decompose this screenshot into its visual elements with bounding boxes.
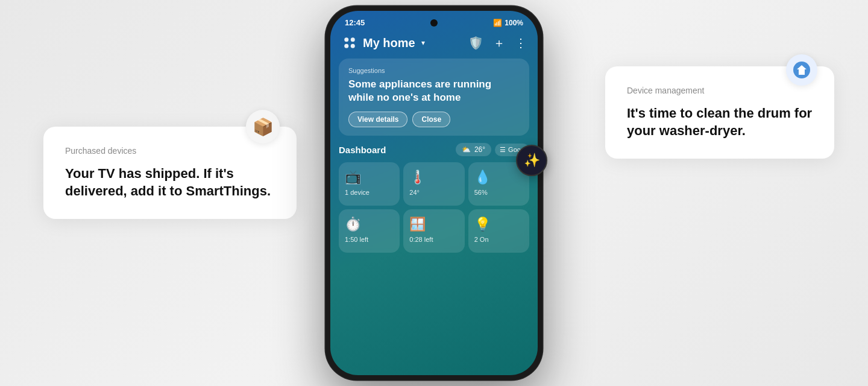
tile-temp-label: 24° [409, 189, 420, 196]
water-drop-icon: 💧 [474, 169, 491, 185]
suggestion-card: Suggestions Some appliances are running … [339, 59, 529, 136]
dashboard-section: Dashboard ⛅ 26° ☰ Good [339, 143, 529, 253]
view-details-button[interactable]: View details [348, 112, 407, 127]
camera-notch [430, 19, 438, 27]
tile-dryer-label: 0:28 left [409, 236, 433, 243]
tile-humidity-label: 56% [474, 189, 488, 196]
card-left-label: Purchased devices [65, 146, 275, 156]
weather-badge: ⛅ 26° [456, 143, 491, 156]
tile-lights[interactable]: 💡 2 On [468, 209, 529, 253]
dashboard-header: Dashboard ⛅ 26° ☰ Good [339, 143, 529, 156]
device-tiles-grid: 📺 1 device 🌡️ 24° 💧 56% ⏱️ 1:50 left [339, 162, 529, 253]
svg-point-2 [351, 37, 355, 42]
more-icon[interactable]: ⋮ [515, 36, 527, 50]
device-management-card: Device management It's time to clean the… [605, 66, 834, 159]
close-button[interactable]: Close [412, 112, 450, 127]
tile-washer-label: 1:50 left [345, 236, 368, 243]
svg-point-4 [351, 44, 355, 48]
tile-washer[interactable]: ⏱️ 1:50 left [339, 209, 400, 253]
suggestion-label: Suggestions [348, 67, 520, 74]
tile-tv-label: 1 device [345, 189, 370, 196]
tile-lights-label: 2 On [474, 236, 489, 243]
temperature: 26° [474, 145, 485, 154]
phone-screen: 12:45 📶 100% My home ▾ [330, 11, 538, 375]
svg-point-1 [344, 37, 348, 42]
box-icon: 📦 [246, 110, 280, 144]
tv-icon: 📺 [345, 169, 361, 185]
status-icons: 📶 100% [493, 19, 523, 27]
nav-right: 🛡️ ＋ ⋮ [468, 35, 527, 51]
tile-temperature[interactable]: 🌡️ 24° [403, 162, 464, 206]
wifi-icon: 📶 [493, 19, 502, 27]
sparkle-icon: ✨ [524, 153, 540, 168]
ai-assistant-bubble[interactable]: ✨ [516, 145, 547, 176]
svg-point-3 [344, 44, 348, 48]
washer-icon: ⏱️ [345, 217, 361, 232]
tile-tv[interactable]: 📺 1 device [339, 162, 400, 206]
card-right-label: Device management [627, 86, 813, 95]
card-right-title: It's time to clean the drum for your was… [627, 105, 813, 139]
top-nav: My home ▾ 🛡️ ＋ ⋮ [330, 30, 538, 59]
light-icon: 💡 [474, 217, 491, 232]
tile-dryer[interactable]: 🪟 0:28 left [403, 209, 464, 253]
phone: 12:45 📶 100% My home ▾ [326, 6, 542, 380]
nav-left: My home ▾ [341, 34, 425, 51]
shield-icon[interactable]: 🛡️ [468, 36, 483, 50]
thermometer-icon: 🌡️ [409, 169, 426, 185]
air-quality-icon: ☰ [500, 146, 506, 154]
home-icon [786, 54, 817, 86]
home-title[interactable]: My home [363, 36, 415, 50]
suggestion-text: Some appliances are running while no one… [348, 78, 520, 104]
weather-icon: ⛅ [462, 145, 471, 154]
smartthings-icon [793, 62, 810, 78]
chevron-down-icon[interactable]: ▾ [421, 39, 425, 47]
smartthings-nav-icon [341, 34, 358, 51]
dashboard-title: Dashboard [339, 145, 386, 155]
dryer-icon: 🪟 [409, 217, 426, 232]
time: 12:45 [345, 18, 365, 27]
suggestion-buttons: View details Close [348, 112, 520, 127]
battery-icon: 100% [505, 19, 523, 27]
card-left-title: Your TV has shipped. If it's delivered, … [65, 165, 275, 200]
purchased-devices-card: 📦 Purchased devices Your TV has shipped.… [43, 127, 297, 219]
add-icon[interactable]: ＋ [493, 35, 505, 51]
phone-body: 12:45 📶 100% My home ▾ [326, 6, 542, 380]
